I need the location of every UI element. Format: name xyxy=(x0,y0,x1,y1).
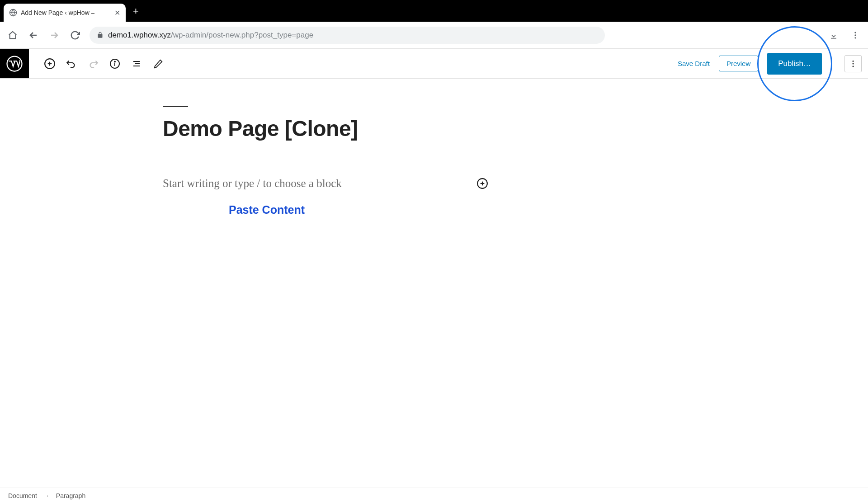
svg-point-3 xyxy=(854,32,856,33)
editor-content-area: Demo Page [Clone] Start writing or type … xyxy=(163,79,488,216)
reload-button[interactable] xyxy=(69,29,81,42)
url-text: demo1.wphow.xyz/wp-admin/post-new.php?po… xyxy=(108,31,313,40)
svg-point-5 xyxy=(854,37,856,38)
wp-editor-toolbar: Save Draft Preview Publish… xyxy=(0,49,868,79)
svg-point-12 xyxy=(114,61,115,62)
save-draft-button[interactable]: Save Draft xyxy=(678,60,710,67)
download-button[interactable] xyxy=(827,29,840,42)
outline-button[interactable] xyxy=(128,56,145,72)
svg-point-17 xyxy=(853,63,854,64)
title-decoration xyxy=(163,106,188,107)
forward-button[interactable] xyxy=(48,29,61,42)
home-button[interactable] xyxy=(6,29,19,42)
inline-add-block-icon[interactable] xyxy=(476,178,488,189)
svg-rect-2 xyxy=(831,38,836,38)
redo-button[interactable] xyxy=(85,56,101,72)
page-title-input[interactable]: Demo Page [Clone] xyxy=(163,116,488,141)
more-options-button[interactable] xyxy=(844,55,862,72)
wordpress-logo[interactable] xyxy=(0,49,29,78)
edit-mode-button[interactable] xyxy=(150,56,166,72)
publish-button[interactable]: Publish… xyxy=(767,53,822,75)
info-button[interactable] xyxy=(107,56,123,72)
browser-menu-button[interactable] xyxy=(849,29,862,42)
svg-point-4 xyxy=(854,34,856,36)
svg-point-18 xyxy=(853,66,854,67)
tab-title: Add New Page ‹ wpHow – xyxy=(21,9,94,16)
lock-icon xyxy=(97,32,104,38)
browser-tab[interactable]: Add New Page ‹ wpHow – ✕ xyxy=(4,4,126,22)
browser-tab-bar: Add New Page ‹ wpHow – ✕ + xyxy=(0,0,868,22)
add-block-button[interactable] xyxy=(42,56,58,72)
globe-icon xyxy=(9,9,17,17)
new-tab-button[interactable]: + xyxy=(133,5,139,17)
svg-point-16 xyxy=(853,60,854,61)
address-bar[interactable]: demo1.wphow.xyz/wp-admin/post-new.php?po… xyxy=(90,27,605,44)
undo-button[interactable] xyxy=(63,56,80,72)
browser-toolbar: demo1.wphow.xyz/wp-admin/post-new.php?po… xyxy=(0,22,868,49)
close-tab-icon[interactable]: ✕ xyxy=(114,9,120,17)
url-domain: demo1.wphow.xyz xyxy=(108,31,171,39)
paste-content-label: Paste Content xyxy=(163,203,371,216)
preview-button[interactable]: Preview xyxy=(719,56,758,71)
block-placeholder[interactable]: Start writing or type / to choose a bloc… xyxy=(163,177,342,190)
back-button[interactable] xyxy=(27,29,40,42)
url-path: /wp-admin/post-new.php?post_type=page xyxy=(171,31,313,39)
